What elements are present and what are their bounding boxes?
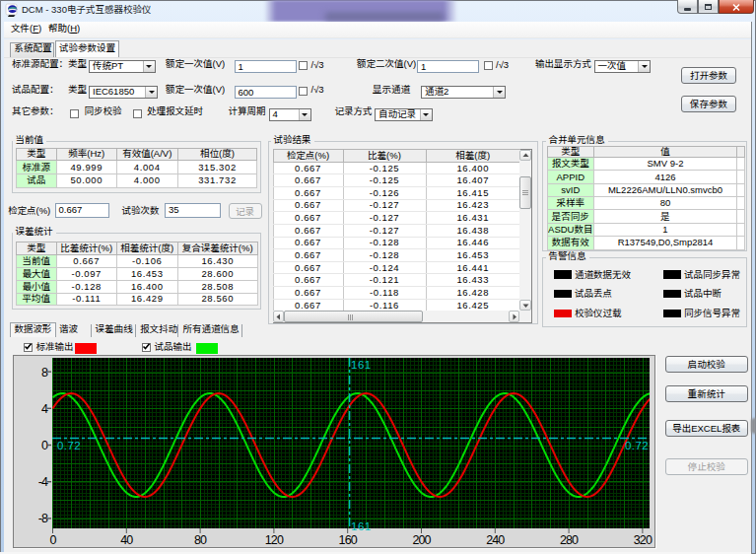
svg-text:-8: -8 [38,512,48,525]
svg-text:-4: -4 [38,475,48,489]
svg-text:160: 160 [339,533,358,547]
svg-text:0.72: 0.72 [57,440,81,451]
svg-text:40: 40 [120,533,133,547]
svg-text:280: 280 [560,533,579,547]
svg-text:0: 0 [49,533,56,547]
svg-text:161: 161 [351,520,371,532]
svg-text:4: 4 [41,402,48,416]
svg-text:120: 120 [265,533,284,547]
svg-text:240: 240 [486,533,505,547]
svg-text:320: 320 [634,533,653,547]
svg-text:0.72: 0.72 [625,440,649,451]
svg-text:161: 161 [351,359,371,371]
svg-text:0: 0 [41,439,48,452]
svg-text:200: 200 [412,533,431,547]
svg-text:80: 80 [194,533,207,547]
svg-text:8: 8 [41,366,48,380]
